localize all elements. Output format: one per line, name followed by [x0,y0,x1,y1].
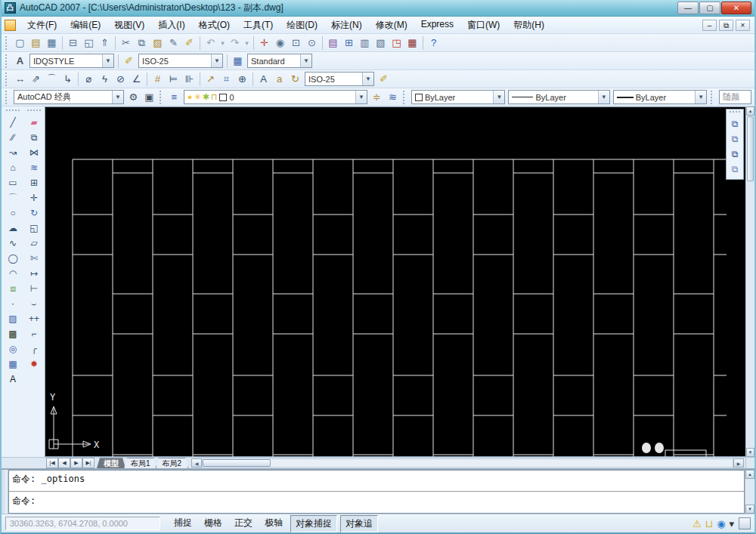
save-workspace-button[interactable]: ▣ [141,89,157,105]
send-under-objects-button[interactable]: ⧉ [727,162,742,177]
hatch-button[interactable]: ▨ [5,311,21,326]
tool-palettes-button[interactable]: ▥ [357,35,373,51]
scroll-right-icon[interactable]: ▶ [733,458,744,468]
circle-button[interactable]: ○ [5,205,21,221]
undo-button[interactable]: ↶ [203,35,218,51]
properties-button[interactable]: ▤ [325,35,341,51]
jogged-dimension-button[interactable]: ϟ [97,71,113,87]
toggle-极轴[interactable]: 极轴 [260,515,287,532]
toggle-正交[interactable]: 正交 [230,515,257,532]
vertical-scroll-thumb[interactable] [747,116,754,181]
scale-button[interactable]: ◱ [26,221,42,236]
chevron-down-icon[interactable]: ▼ [355,91,367,103]
mirror-button[interactable]: ⋈ [26,145,42,160]
chevron-down-icon[interactable]: ▼ [695,91,706,103]
arc-button[interactable]: ⌒ [5,190,21,205]
toggle-对象追[interactable]: 对象追 [340,515,378,532]
scroll-left-icon[interactable]: ◀ [191,458,202,468]
layer-previous-button[interactable]: ≋ [385,89,401,105]
toggle-对象捕捉[interactable]: 对象捕捉 [290,515,337,532]
revision-cloud-button[interactable]: ☁ [5,221,21,236]
dimension-edit-button[interactable]: A [256,71,271,87]
toolbar-lock-icon[interactable]: ⊔ [705,518,713,529]
redo-button[interactable]: ↷ [227,35,243,51]
clean-screen-button[interactable] [739,517,751,529]
aligned-dimension-button[interactable]: ⇗ [28,71,44,87]
cut-button[interactable]: ✂ [118,35,134,51]
table-style-icon[interactable]: ▦ [230,53,246,69]
toolbar-grip[interactable] [5,91,9,104]
layer-lock-icon[interactable]: ⊓ [211,92,218,102]
fillet-button[interactable]: ╭ [26,341,42,357]
polyline-button[interactable]: ↝ [5,145,21,160]
save-button[interactable]: ▦ [44,35,60,51]
plot-button[interactable]: ⊟ [65,35,81,51]
command-prompt[interactable]: 命令: [9,492,744,514]
minimize-button[interactable]: — [677,2,699,14]
zoom-previous-button[interactable]: ⊙ [304,35,320,51]
menu-item[interactable]: 绘图(D) [280,17,324,34]
linetype-combo[interactable]: ByLayer ▼ [508,90,609,104]
layer-properties-button[interactable]: ≡ [166,89,182,105]
toggle-栅格[interactable]: 栅格 [200,515,227,532]
tab-模型[interactable]: 模型 [97,458,125,468]
doc-minimize-button[interactable]: – [702,20,717,31]
explode-button[interactable]: ✸ [26,357,42,372]
continue-dimension-button[interactable]: ⊪ [181,71,197,87]
stretch-button[interactable]: ▱ [26,236,42,251]
command-window-grip[interactable] [2,470,8,514]
layer-viewport-icon[interactable]: ✱ [203,92,209,102]
next-tab-button[interactable]: ▶ [70,458,82,468]
horizontal-scrollbar[interactable]: ◀ ▶ [191,458,744,468]
chevron-down-icon[interactable]: ▼ [300,54,311,67]
make-object-layer-current-button[interactable]: ≑ [369,89,385,105]
send-to-back-button[interactable]: ⧉ [727,131,742,147]
copy-button[interactable]: ⧉ [134,35,150,51]
quick-leader-button[interactable]: ↗ [203,71,218,87]
command-scrollbar[interactable]: ▲ ▼ [745,470,754,514]
chevron-down-icon[interactable]: ▼ [493,91,504,103]
menu-item[interactable]: 帮助(H) [507,17,551,34]
toolbar-grip[interactable] [160,91,163,104]
dimension-style-combo[interactable]: ISO-25▼ [305,72,374,86]
dimension-style-manager-button[interactable]: ✐ [376,71,392,87]
close-button[interactable]: ✕ [721,2,751,14]
menu-item[interactable]: 修改(M) [369,17,414,34]
region-button[interactable]: ◎ [5,341,21,357]
baseline-dimension-button[interactable]: ⊨ [166,71,181,87]
first-tab-button[interactable]: |◀ [46,458,58,468]
last-tab-button[interactable]: ▶| [82,458,94,468]
dimension-text-edit-button[interactable]: a [271,71,287,87]
color-combo[interactable]: ByLayer ▼ [411,90,506,104]
doc-restore-button[interactable]: ⧉ [719,20,733,31]
dim-style-combo[interactable]: ISO-25▼ [138,54,223,68]
lineweight-combo[interactable]: ByLayer ▼ [613,90,708,104]
construction-line-button[interactable]: ∕∕ [5,130,21,145]
toolbar-grip[interactable] [403,91,407,104]
maximize-button[interactable]: ▢ [699,2,720,14]
rectangle-button[interactable]: ▭ [5,175,21,190]
copy-button-modify[interactable]: ⧉ [26,130,42,145]
extend-button[interactable]: ↦ [26,266,42,281]
arc-length-dimension-button[interactable]: ⌒ [44,71,60,87]
redo-dropdown[interactable]: ▾ [243,35,251,51]
chevron-down-icon[interactable]: ▼ [211,54,222,67]
publish-button[interactable]: ⇑ [97,35,113,51]
prev-tab-button[interactable]: ◀ [58,458,70,468]
rotate-button[interactable]: ↻ [26,205,42,221]
new-button[interactable]: ▢ [12,35,28,51]
doc-close-button[interactable]: × [736,20,750,31]
chevron-down-icon[interactable]: ▼ [362,73,373,85]
toolbar-grip[interactable] [711,91,714,104]
toolbar-grip[interactable] [27,110,41,113]
line-button[interactable]: ╱ [5,115,21,130]
menu-item[interactable]: 工具(T) [237,17,280,34]
sheet-set-manager-button[interactable]: ▧ [373,35,389,51]
pan-button[interactable]: ✛ [256,35,272,51]
toolbar-grip[interactable] [6,110,20,113]
table-style-combo[interactable]: Standard▼ [247,54,312,68]
join-button[interactable]: ++ [26,311,42,326]
ellipse-arc-button[interactable]: ◠ [5,266,21,281]
scroll-up-icon[interactable]: ▲ [745,470,754,479]
annotation-scale-icon[interactable]: ⚠ [692,518,702,529]
